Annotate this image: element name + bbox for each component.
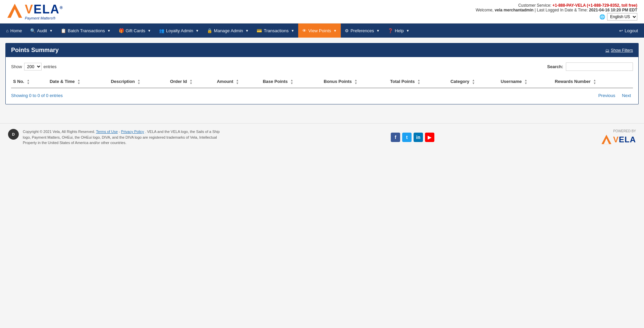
nav-item-home[interactable]: ⌂ Home xyxy=(2,24,26,38)
cs-line: Customer Service: +1-888-PAY-VELA (+1-88… xyxy=(476,3,637,8)
search-label: Search: xyxy=(547,64,563,69)
entries-select[interactable]: 10 25 50 100 200 xyxy=(24,63,42,71)
nav-audit-label: Audit xyxy=(37,28,47,33)
footer-social: f t in ▶ xyxy=(391,133,434,142)
audit-icon: 🔍 xyxy=(30,28,36,33)
logo-tagline: Payment Matters® xyxy=(25,16,63,20)
footer-vela-text: VELA xyxy=(613,135,636,144)
nav-loyalty-label: Loyalty Admin xyxy=(166,28,193,33)
footer-terms-link[interactable]: Terms of Use xyxy=(96,130,118,134)
showing-text: Showing 0 to 0 of 0 entries xyxy=(11,93,63,98)
col-datetime[interactable]: Date & Time ▲▼ xyxy=(48,76,109,88)
col-description[interactable]: Description ▲▼ xyxy=(109,76,168,88)
show-filters-label: Show Filters xyxy=(611,48,633,53)
youtube-icon[interactable]: ▶ xyxy=(425,133,434,142)
footer-vela-logo-icon xyxy=(601,134,612,145)
col-order-id[interactable]: Order Id ▲▼ xyxy=(168,76,215,88)
filter-icon: 🗂 xyxy=(605,48,609,53)
nav-home-label: Home xyxy=(10,28,22,33)
col-total-points[interactable]: Total Points ▲▼ xyxy=(388,76,448,88)
preferences-caret-icon: ▼ xyxy=(376,29,380,33)
logo-vela-text: VELA® xyxy=(25,3,63,15)
welcome-user: vela merchantadmin xyxy=(495,8,534,12)
nav-item-loyalty-admin[interactable]: 👥 Loyalty Admin ▼ xyxy=(155,24,203,38)
col-base-points[interactable]: Base Points ▲▼ xyxy=(261,76,322,88)
last-logged-value: 2021-04-16 10:20 PM EDT xyxy=(589,8,637,12)
home-icon: ⌂ xyxy=(6,28,9,33)
language-area[interactable]: 🌐 English US xyxy=(476,13,637,20)
nav-item-logout[interactable]: ↩ Logout xyxy=(615,24,642,38)
col-bonus-points[interactable]: Bonus Points ▲▼ xyxy=(322,76,388,88)
nav-item-help[interactable]: ❓ Help ▼ xyxy=(384,24,414,38)
nav-item-view-points[interactable]: 👁 View Points ▼ xyxy=(298,24,341,38)
batch-icon: 📋 xyxy=(61,28,66,33)
col-rewards-number[interactable]: Rewards Number ▲▼ xyxy=(553,76,633,88)
panel-body: Show 10 25 50 100 200 entries Search: xyxy=(6,57,638,104)
username-sort-icon: ▲▼ xyxy=(524,79,527,85)
transactions-caret-icon: ▼ xyxy=(291,29,294,33)
description-sort-icon: ▲▼ xyxy=(138,79,141,85)
sno-sort-icon: ▲▼ xyxy=(27,79,30,85)
top-bar: VELA® Payment Matters® Customer Service:… xyxy=(0,0,644,24)
nav-item-audit[interactable]: 🔍 Audit ▼ xyxy=(26,24,57,38)
cs-label: Customer Service: xyxy=(518,3,551,8)
data-table: S No. ▲▼ Date & Time ▲▼ Description ▲▼ xyxy=(11,76,633,88)
nav-bar: ⌂ Home 🔍 Audit ▼ 📋 Batch Transactions ▼ … xyxy=(0,24,644,38)
total-points-sort-icon: ▲▼ xyxy=(417,79,420,85)
previous-button[interactable]: Previous xyxy=(596,92,618,99)
page-content: Points Summary 🗂 Show Filters Show 10 25… xyxy=(0,38,644,110)
footer-left: D Copyright © 2021 Vela, All Rights Rese… xyxy=(8,129,224,146)
transactions-icon: 💳 xyxy=(257,28,262,33)
entries-label: entries xyxy=(44,64,57,69)
view-points-icon: 👁 xyxy=(302,28,307,33)
table-footer: Showing 0 to 0 of 0 entries Previous Nex… xyxy=(11,92,633,99)
category-sort-icon: ▲▼ xyxy=(472,79,475,85)
last-logged-label: Last Logged In Date & Time: xyxy=(537,8,588,12)
gift-caret-icon: ▼ xyxy=(148,29,151,33)
footer-copyright: Copyright © 2021 Vela, All Rights Reserv… xyxy=(23,130,95,134)
nav-item-batch-transactions[interactable]: 📋 Batch Transactions ▼ xyxy=(57,24,114,38)
vela-logo-icon xyxy=(7,3,23,19)
batch-caret-icon: ▼ xyxy=(107,29,111,33)
footer-privacy-link[interactable]: Privacy Policy xyxy=(121,130,144,134)
preferences-icon: ⚙ xyxy=(345,28,349,33)
top-right-info: Customer Service: +1-888-PAY-VELA (+1-88… xyxy=(476,3,637,20)
help-caret-icon: ▼ xyxy=(406,29,410,33)
nav-item-manage-admin[interactable]: 🔒 Manage Admin ▼ xyxy=(203,24,253,38)
show-entries: Show 10 25 50 100 200 entries xyxy=(11,63,57,71)
col-sno[interactable]: S No. ▲▼ xyxy=(11,76,48,88)
nav-manage-label: Manage Admin xyxy=(214,28,243,33)
nav-gift-label: Gift Cards xyxy=(126,28,146,33)
language-select[interactable]: English US xyxy=(607,13,637,20)
linkedin-icon[interactable]: in xyxy=(414,133,423,142)
welcome-label: Welcome, xyxy=(476,8,493,12)
base-points-sort-icon: ▲▼ xyxy=(290,79,293,85)
panel-title: Points Summary xyxy=(11,47,59,54)
facebook-icon[interactable]: f xyxy=(391,133,400,142)
col-username[interactable]: Username ▲▼ xyxy=(499,76,553,88)
col-category[interactable]: Category ▲▼ xyxy=(448,76,499,88)
twitter-icon[interactable]: t xyxy=(402,133,412,142)
gift-icon: 🎁 xyxy=(119,28,124,33)
nav-item-preferences[interactable]: ⚙ Preferences ▼ xyxy=(341,24,384,38)
nav-batch-label: Batch Transactions xyxy=(68,28,105,33)
table-header-row: S No. ▲▼ Date & Time ▲▼ Description ▲▼ xyxy=(11,76,633,88)
footer-vela-logo: VELA xyxy=(601,134,636,145)
panel-header: Points Summary 🗂 Show Filters xyxy=(6,43,638,57)
view-points-caret-icon: ▼ xyxy=(333,29,337,33)
site-footer: D Copyright © 2021 Vela, All Rights Rese… xyxy=(0,123,644,151)
datum-logo: D xyxy=(8,129,19,140)
show-filters-button[interactable]: 🗂 Show Filters xyxy=(605,48,633,53)
nav-item-transactions[interactable]: 💳 Transactions ▼ xyxy=(253,24,298,38)
nav-item-gift-cards[interactable]: 🎁 Gift Cards ▼ xyxy=(115,24,155,38)
nav-transactions-label: Transactions xyxy=(264,28,288,33)
show-label: Show xyxy=(11,64,22,69)
nav-preferences-label: Preferences xyxy=(351,28,374,33)
col-amount[interactable]: Amount ▲▼ xyxy=(215,76,261,88)
logout-icon: ↩ xyxy=(619,28,623,33)
next-button[interactable]: Next xyxy=(620,92,633,99)
audit-caret-icon: ▼ xyxy=(49,29,53,33)
rewards-sort-icon: ▲▼ xyxy=(593,79,596,85)
search-input[interactable] xyxy=(566,62,633,71)
nav-logout-label: Logout xyxy=(625,28,638,33)
